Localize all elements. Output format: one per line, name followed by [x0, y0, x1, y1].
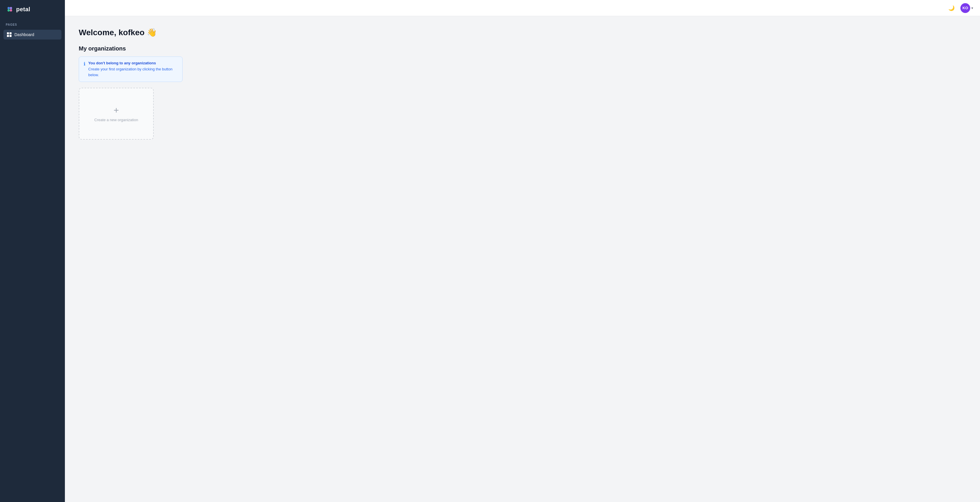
- welcome-text: Welcome, kofkeo: [79, 28, 145, 37]
- logo-text: petal: [16, 6, 30, 13]
- info-banner-description: Create your first organization by clicki…: [88, 66, 178, 78]
- pages-section-label: PAGES: [0, 19, 65, 29]
- user-menu-button[interactable]: KO ▾: [960, 3, 973, 13]
- theme-toggle-button[interactable]: 🌙: [947, 3, 956, 13]
- svg-point-0: [8, 7, 10, 9]
- info-banner: ℹ You don't belong to any organizations …: [79, 57, 183, 82]
- plus-icon: +: [114, 105, 119, 115]
- sidebar-nav: Dashboard: [0, 29, 65, 41]
- sidebar: petal PAGES Dashboard: [0, 0, 65, 502]
- info-content: You don't belong to any organizations Cr…: [88, 61, 178, 78]
- create-org-label: Create a new organization: [94, 118, 138, 122]
- welcome-title: Welcome, kofkeo 👋: [79, 28, 966, 37]
- info-banner-title: You don't belong to any organizations: [88, 61, 178, 65]
- sidebar-item-dashboard-label: Dashboard: [14, 32, 34, 37]
- avatar: KO: [960, 3, 970, 13]
- create-org-card[interactable]: + Create a new organization: [79, 88, 154, 140]
- svg-point-3: [10, 9, 12, 11]
- dashboard-icon: [7, 32, 11, 37]
- logo: petal: [0, 0, 65, 19]
- main-content: Welcome, kofkeo 👋 My organizations ℹ You…: [65, 16, 980, 502]
- svg-point-2: [8, 9, 10, 11]
- header: 🌙 KO ▾: [65, 0, 980, 16]
- organizations-section-title: My organizations: [79, 45, 966, 52]
- chevron-down-icon: ▾: [971, 6, 973, 10]
- info-icon: ℹ: [84, 61, 85, 78]
- petal-logo-icon: [6, 5, 14, 13]
- moon-icon: 🌙: [948, 5, 955, 11]
- svg-point-1: [10, 7, 12, 9]
- sidebar-item-dashboard[interactable]: Dashboard: [3, 30, 61, 40]
- wave-emoji: 👋: [147, 28, 157, 37]
- main-wrapper: 🌙 KO ▾ Welcome, kofkeo 👋 My organization…: [65, 0, 980, 502]
